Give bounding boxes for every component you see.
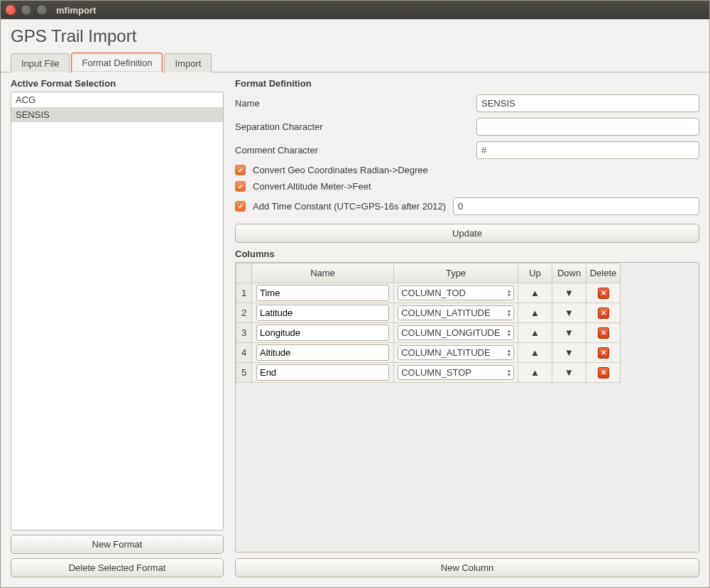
column-type-select[interactable]: COLUMN_LATITUDE▴▾ xyxy=(398,305,514,320)
format-item[interactable]: SENSIS xyxy=(11,107,223,122)
spinner-icon: ▴▾ xyxy=(508,349,510,357)
delete-row-icon[interactable]: ✕ xyxy=(598,367,609,379)
col-header-down: Down xyxy=(552,263,586,283)
move-up-icon[interactable]: ▲ xyxy=(530,327,540,338)
column-name-input[interactable] xyxy=(256,344,389,361)
app-window: mfimport GPS Trail Import Input File For… xyxy=(0,0,710,588)
row-index: 4 xyxy=(236,343,252,363)
spinner-icon: ▴▾ xyxy=(508,289,510,298)
titlebar: mfimport xyxy=(1,1,709,19)
table-row: 3COLUMN_LONGITUDE▴▾▲▼✕ xyxy=(236,323,621,343)
move-up-icon[interactable]: ▲ xyxy=(530,307,540,318)
new-format-button[interactable]: New Format xyxy=(11,535,224,554)
columns-grid: Name Type Up Down Delete 1COLUMN_TOD▴▾▲▼… xyxy=(235,262,699,552)
row-index: 1 xyxy=(236,283,252,303)
move-down-icon[interactable]: ▼ xyxy=(564,288,574,298)
separation-input[interactable] xyxy=(476,118,699,136)
close-icon[interactable] xyxy=(5,4,16,16)
col-header-name: Name xyxy=(252,263,394,283)
active-format-heading: Active Format Selection xyxy=(11,78,224,89)
comment-input[interactable] xyxy=(476,141,699,159)
table-row: 4COLUMN_ALTITUDE▴▾▲▼✕ xyxy=(236,343,621,363)
window-title: mfimport xyxy=(56,5,96,16)
move-up-icon[interactable]: ▲ xyxy=(530,347,540,358)
delete-row-icon[interactable]: ✕ xyxy=(598,288,609,299)
move-down-icon[interactable]: ▼ xyxy=(564,347,574,358)
convert-altitude-label: Convert Altitude Meter->Feet xyxy=(253,181,371,192)
column-name-input[interactable] xyxy=(256,305,389,321)
row-index: 2 xyxy=(236,303,252,323)
convert-altitude-checkbox[interactable] xyxy=(235,181,246,192)
column-name-input[interactable] xyxy=(256,325,389,341)
new-column-button[interactable]: New Column xyxy=(235,558,699,577)
tab-format-definition[interactable]: Format Definition xyxy=(71,53,163,72)
row-index: 3 xyxy=(236,323,252,343)
tab-bar: Input File Format Definition Import xyxy=(1,52,709,72)
content-area: Active Format Selection ACG SENSIS New F… xyxy=(1,72,709,587)
delete-format-button[interactable]: Delete Selected Format xyxy=(11,558,224,577)
columns-heading: Columns xyxy=(235,249,699,259)
delete-row-icon[interactable]: ✕ xyxy=(598,327,609,339)
format-list[interactable]: ACG SENSIS xyxy=(11,92,224,530)
left-pane: Active Format Selection ACG SENSIS New F… xyxy=(11,78,224,577)
spinner-icon: ▴▾ xyxy=(508,309,510,317)
move-down-icon[interactable]: ▼ xyxy=(564,327,574,338)
page-title: GPS Trail Import xyxy=(1,19,709,52)
tab-import[interactable]: Import xyxy=(164,53,212,72)
col-header-delete: Delete xyxy=(586,263,621,283)
convert-geo-checkbox[interactable] xyxy=(235,165,246,175)
move-down-icon[interactable]: ▼ xyxy=(564,367,574,378)
column-type-select[interactable]: COLUMN_LONGITUDE▴▾ xyxy=(398,325,514,340)
format-item[interactable]: ACG xyxy=(11,92,223,107)
minimize-icon[interactable] xyxy=(21,4,32,16)
format-definition-heading: Format Definition xyxy=(235,78,699,89)
comment-label: Comment Character xyxy=(235,145,469,156)
tab-input-file[interactable]: Input File xyxy=(11,53,70,72)
move-up-icon[interactable]: ▲ xyxy=(530,367,540,378)
update-button[interactable]: Update xyxy=(235,224,699,243)
col-header-up: Up xyxy=(518,263,552,283)
spinner-icon: ▴▾ xyxy=(508,329,510,337)
separation-label: Separation Character xyxy=(235,121,469,132)
move-up-icon[interactable]: ▲ xyxy=(530,288,540,298)
spinner-icon: ▴▾ xyxy=(508,369,510,377)
col-header-index xyxy=(236,263,252,283)
name-input[interactable] xyxy=(476,94,699,112)
right-pane: Format Definition Name Separation Charac… xyxy=(235,78,699,577)
col-header-type: Type xyxy=(394,263,518,283)
maximize-icon[interactable] xyxy=(36,4,48,16)
convert-geo-label: Convert Geo Coordinates Radian->Degree xyxy=(253,165,428,175)
column-type-select[interactable]: COLUMN_TOD▴▾ xyxy=(398,285,514,300)
add-time-label: Add Time Constant (UTC=GPS-16s after 201… xyxy=(253,201,446,212)
move-down-icon[interactable]: ▼ xyxy=(564,307,574,318)
name-label: Name xyxy=(235,98,469,109)
add-time-checkbox[interactable] xyxy=(235,201,246,212)
delete-row-icon[interactable]: ✕ xyxy=(598,347,609,359)
table-row: 5COLUMN_STOP▴▾▲▼✕ xyxy=(236,363,621,383)
delete-row-icon[interactable]: ✕ xyxy=(598,307,609,319)
time-constant-input[interactable] xyxy=(453,197,699,215)
table-row: 1COLUMN_TOD▴▾▲▼✕ xyxy=(236,283,621,303)
table-row: 2COLUMN_LATITUDE▴▾▲▼✕ xyxy=(236,303,621,323)
column-name-input[interactable] xyxy=(256,364,389,381)
column-name-input[interactable] xyxy=(256,285,389,301)
column-type-select[interactable]: COLUMN_STOP▴▾ xyxy=(398,365,514,380)
row-index: 5 xyxy=(236,363,252,383)
column-type-select[interactable]: COLUMN_ALTITUDE▴▾ xyxy=(398,345,514,360)
